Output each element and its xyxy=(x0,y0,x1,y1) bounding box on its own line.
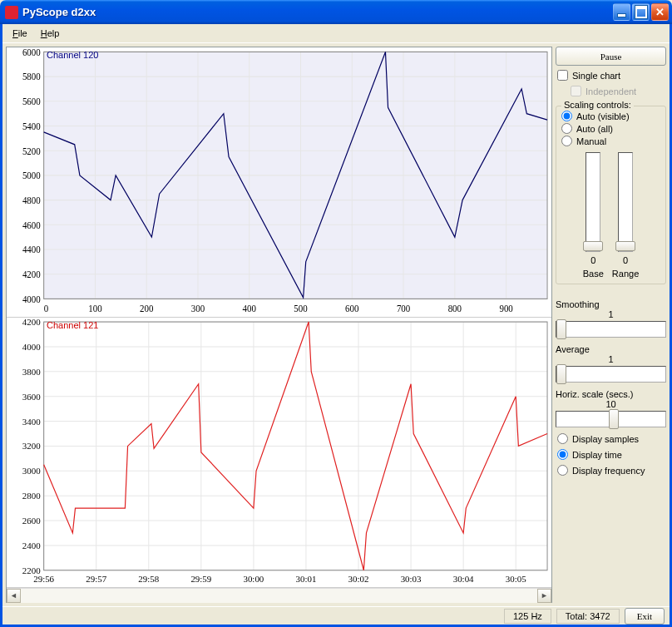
radio-display-time-input[interactable] xyxy=(557,449,568,460)
svg-text:30:01: 30:01 xyxy=(296,574,317,584)
radio-auto-visible-input[interactable] xyxy=(561,111,572,121)
scaling-controls-group: Scaling controls: Auto (visible) Auto (a… xyxy=(556,106,666,284)
radio-auto-all-label: Auto (all) xyxy=(576,124,613,134)
svg-text:5400: 5400 xyxy=(22,121,41,131)
radio-display-frequency-input[interactable] xyxy=(557,465,568,476)
svg-text:3200: 3200 xyxy=(22,441,41,451)
svg-text:5800: 5800 xyxy=(22,72,41,81)
svg-text:30:00: 30:00 xyxy=(243,574,264,584)
radio-display-time-label: Display time xyxy=(572,450,622,460)
smoothing-control: Smoothing 1 xyxy=(556,298,666,339)
range-slider[interactable]: 0 Range xyxy=(612,152,639,279)
scaling-legend: Scaling controls: xyxy=(561,100,634,110)
svg-text:3800: 3800 xyxy=(22,367,41,377)
svg-text:2600: 2600 xyxy=(22,516,41,526)
svg-text:600: 600 xyxy=(345,303,359,313)
pause-button[interactable]: Pause xyxy=(556,47,666,66)
single-chart-input[interactable] xyxy=(557,70,568,81)
scroll-left-button[interactable]: ◄ xyxy=(7,589,21,603)
radio-display-frequency-label: Display frequency xyxy=(572,466,645,476)
chart-channel-120: Channel 120 4000420044004600480050005200… xyxy=(7,47,551,318)
svg-text:2800: 2800 xyxy=(22,491,41,501)
single-chart-checkbox[interactable]: Single chart xyxy=(556,69,666,81)
average-value: 1 xyxy=(556,354,666,364)
svg-text:5000: 5000 xyxy=(22,170,41,180)
close-button[interactable] xyxy=(651,3,669,21)
svg-text:4800: 4800 xyxy=(22,195,41,205)
smoothing-value: 1 xyxy=(556,309,666,319)
average-slider[interactable] xyxy=(556,366,666,383)
radio-auto-all-input[interactable] xyxy=(561,123,572,134)
svg-text:0: 0 xyxy=(44,303,49,313)
svg-text:300: 300 xyxy=(191,303,205,313)
svg-text:30:04: 30:04 xyxy=(453,574,474,584)
app-icon xyxy=(5,6,18,19)
scroll-right-button[interactable]: ► xyxy=(537,589,551,603)
svg-text:400: 400 xyxy=(243,303,257,313)
svg-text:30:05: 30:05 xyxy=(506,574,526,584)
radio-manual-input[interactable] xyxy=(561,136,572,146)
svg-text:4600: 4600 xyxy=(22,220,41,230)
titlebar: PyScope d2xx xyxy=(0,0,672,24)
svg-text:800: 800 xyxy=(448,303,462,313)
radio-auto-all[interactable]: Auto (all) xyxy=(560,122,662,135)
svg-text:3600: 3600 xyxy=(22,392,41,402)
smoothing-label: Smoothing xyxy=(556,299,666,309)
base-slider-label: Base xyxy=(583,269,604,279)
range-slider-label: Range xyxy=(612,269,639,279)
radio-auto-visible[interactable]: Auto (visible) xyxy=(560,110,662,122)
scroll-track[interactable] xyxy=(21,589,537,603)
smoothing-slider[interactable] xyxy=(556,321,666,338)
radio-auto-visible-label: Auto (visible) xyxy=(576,111,630,121)
svg-text:30:03: 30:03 xyxy=(401,574,422,584)
base-slider[interactable]: 0 Base xyxy=(583,152,604,279)
base-slider-value: 0 xyxy=(590,255,595,265)
radio-display-samples-input[interactable] xyxy=(557,433,568,444)
horizontal-scrollbar[interactable]: ◄ ► xyxy=(7,588,551,602)
chart-panel: Channel 120 4000420044004600480050005200… xyxy=(6,47,552,603)
svg-text:3000: 3000 xyxy=(22,466,41,476)
svg-text:4200: 4200 xyxy=(22,269,41,279)
window-title: PyScope d2xx xyxy=(22,6,613,18)
svg-text:900: 900 xyxy=(499,303,513,313)
svg-text:4000: 4000 xyxy=(22,294,41,304)
radio-display-samples[interactable]: Display samples xyxy=(556,432,666,445)
svg-text:100: 100 xyxy=(88,303,102,313)
maximize-button[interactable] xyxy=(632,3,650,21)
radio-manual-label: Manual xyxy=(576,136,606,146)
radio-display-time[interactable]: Display time xyxy=(556,448,666,461)
menubar: File Help xyxy=(2,24,670,43)
statusbar: 125 Hz Total: 3472 Exit xyxy=(2,606,670,625)
svg-text:3400: 3400 xyxy=(22,416,41,426)
radio-manual[interactable]: Manual xyxy=(560,135,662,147)
svg-text:29:58: 29:58 xyxy=(138,574,159,584)
chart-title-2: Channel 121 xyxy=(47,320,98,330)
hscale-slider[interactable] xyxy=(556,411,666,427)
hscale-value: 10 xyxy=(556,399,666,409)
menu-help[interactable]: Help xyxy=(36,27,65,40)
svg-text:4200: 4200 xyxy=(22,318,41,327)
status-hz: 125 Hz xyxy=(504,609,551,624)
independent-input xyxy=(571,86,581,96)
hscale-control: Horiz. scale (secs.) 10 xyxy=(556,388,666,429)
minimize-button[interactable] xyxy=(613,3,630,21)
status-total: Total: 3472 xyxy=(556,609,620,624)
side-panel: Pause Single chart Independent Scaling c… xyxy=(556,47,666,603)
menu-file[interactable]: File xyxy=(7,27,32,40)
svg-text:2400: 2400 xyxy=(22,541,41,550)
radio-display-samples-label: Display samples xyxy=(572,434,639,444)
svg-text:700: 700 xyxy=(397,303,411,313)
radio-display-frequency[interactable]: Display frequency xyxy=(556,464,666,476)
svg-text:29:56: 29:56 xyxy=(33,574,54,584)
independent-checkbox: Independent xyxy=(556,85,666,97)
single-chart-label: Single chart xyxy=(572,71,620,81)
svg-text:4000: 4000 xyxy=(22,342,41,352)
hscale-label: Horiz. scale (secs.) xyxy=(556,389,666,399)
average-control: Average 1 xyxy=(556,343,666,384)
chart-channel-121: Channel 121 2200240026002800300032003400… xyxy=(7,318,551,588)
window-controls xyxy=(613,3,669,21)
exit-button[interactable]: Exit xyxy=(625,608,665,625)
svg-text:5600: 5600 xyxy=(22,96,41,106)
svg-text:29:57: 29:57 xyxy=(86,574,106,584)
range-slider-value: 0 xyxy=(623,255,628,265)
